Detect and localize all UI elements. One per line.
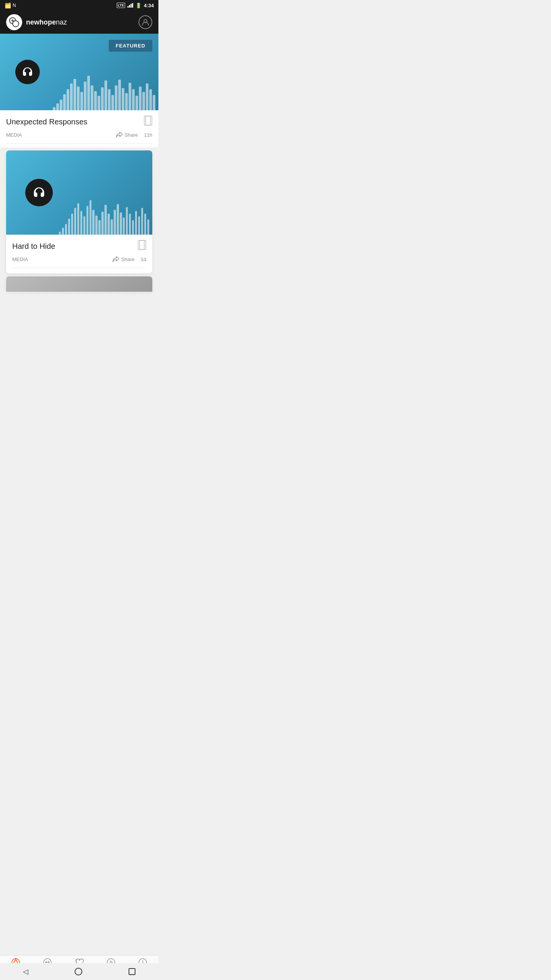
waveform-bar — [108, 89, 111, 110]
featured-share-button[interactable]: Share — [116, 132, 138, 138]
hard-to-hide-title: Hard to Hide — [12, 242, 55, 251]
waveform-bar — [67, 89, 69, 110]
svg-rect-6 — [140, 240, 144, 250]
partial-card — [6, 276, 152, 292]
waveform-bar — [117, 204, 119, 235]
waveform-bar — [115, 85, 117, 110]
hard-to-hide-image — [6, 150, 152, 235]
waveform-bar — [125, 93, 128, 110]
waveform-bar — [118, 80, 121, 110]
waveform-bar — [139, 87, 142, 110]
waveform-bar — [77, 203, 79, 235]
status-right: LTE 🔋 4:34 — [117, 3, 154, 8]
waveform-bar — [120, 212, 122, 235]
waveform-bar — [74, 208, 76, 235]
featured-time-ago: 11h — [144, 132, 152, 138]
waveform-bar — [98, 96, 100, 110]
app-name-light: naz — [56, 18, 67, 26]
waveform-bar — [90, 200, 91, 235]
hard-to-hide-share-label: Share — [121, 256, 135, 262]
waveform-bar — [94, 91, 97, 110]
waveform-bar — [129, 214, 131, 235]
featured-card-meta: MEDIA Share 11h — [6, 132, 152, 144]
status-bar: 🗂️ N LTE 🔋 4:34 — [0, 0, 158, 11]
waveform-bar — [104, 80, 107, 110]
waveform-bar — [132, 220, 134, 235]
lte-badge: LTE — [117, 3, 125, 8]
waveform-bar — [98, 220, 100, 235]
signal-bars — [127, 3, 133, 8]
waveform-bar — [135, 96, 138, 110]
waveform-bar — [144, 214, 146, 235]
waveform-bar — [138, 216, 140, 235]
waveform-bar — [126, 207, 128, 235]
waveform-bar — [111, 95, 114, 110]
waveform-bar — [149, 89, 152, 110]
waveform-bar — [135, 211, 137, 235]
waveform-bar — [153, 95, 155, 110]
hard-to-hide-share-button[interactable]: Share — [112, 256, 135, 262]
waveform-bar — [59, 232, 61, 235]
app-header: newhopenaz — [0, 11, 158, 34]
waveform-bar — [73, 79, 76, 110]
waveform-bar — [83, 216, 85, 235]
headphone-icon — [15, 60, 40, 84]
battery-icon: 🔋 — [135, 3, 142, 8]
app-name-bold: newhope — [26, 18, 56, 26]
waveform-bar — [56, 103, 59, 110]
waveform-bar — [62, 228, 64, 235]
waveform-bar — [111, 219, 112, 235]
waveform-bar — [108, 214, 109, 235]
featured-badge: FEATURED — [109, 40, 152, 52]
waveform-bar — [104, 205, 106, 235]
waveform-bar — [92, 210, 94, 235]
waveform-bar — [129, 83, 131, 110]
waveform-bar — [91, 85, 93, 110]
waveform-bar — [141, 208, 143, 235]
waveform-bar — [101, 87, 104, 110]
bookmark-icon-second[interactable] — [138, 240, 146, 252]
waveform-bar — [122, 88, 124, 110]
hard-to-hide-title-row: Hard to Hide — [12, 240, 146, 252]
waveform-bar — [53, 107, 55, 110]
featured-card-info: Unexpected Responses MEDIA Share 11h — [0, 110, 158, 147]
waveform-bar — [77, 87, 80, 110]
hard-to-hide-meta-tag: MEDIA — [12, 256, 28, 262]
waveform-bar — [114, 210, 116, 235]
featured-card-title-row: Unexpected Responses — [6, 116, 152, 128]
waveform-bar — [147, 219, 149, 235]
time-display: 4:34 — [144, 3, 154, 8]
waveform-bar — [80, 92, 83, 110]
waveform-bar — [65, 224, 67, 235]
featured-share-label: Share — [125, 132, 138, 138]
featured-card-image: FEATURED — [0, 34, 158, 110]
featured-card-title: Unexpected Responses — [6, 118, 87, 126]
waveform-bar — [84, 82, 86, 110]
app-name: newhopenaz — [26, 18, 67, 26]
waveform-bar — [68, 219, 70, 235]
waveform-bar — [95, 216, 97, 235]
featured-meta-tag: MEDIA — [6, 132, 22, 138]
svg-rect-3 — [144, 116, 152, 125]
waveform-bar — [86, 206, 88, 235]
waveform-bar — [132, 89, 135, 110]
bookmark-icon-featured[interactable] — [144, 116, 152, 128]
featured-card[interactable]: FEATURED Unexpected Responses MEDIA — [0, 34, 158, 147]
svg-rect-4 — [146, 116, 150, 125]
hard-to-hide-card[interactable]: Hard to Hide MEDIA Share 1d — [6, 150, 152, 273]
svg-rect-5 — [138, 240, 146, 250]
waveform-bar — [101, 212, 103, 235]
logo-circle — [6, 14, 22, 30]
hard-to-hide-info: Hard to Hide MEDIA Share 1d — [6, 235, 152, 273]
svg-point-1 — [13, 21, 19, 27]
profile-icon[interactable] — [139, 15, 152, 29]
app-logo: newhopenaz — [6, 14, 67, 30]
feed-content: FEATURED Unexpected Responses MEDIA — [0, 34, 158, 364]
waveform-bar — [80, 211, 82, 235]
hard-to-hide-meta: MEDIA Share 1d — [12, 256, 146, 268]
waveform-second — [56, 150, 152, 235]
waveform-bar — [63, 94, 66, 110]
waveform-bar — [70, 83, 73, 110]
waveform-bar — [87, 76, 90, 110]
waveform-bar — [60, 100, 62, 110]
